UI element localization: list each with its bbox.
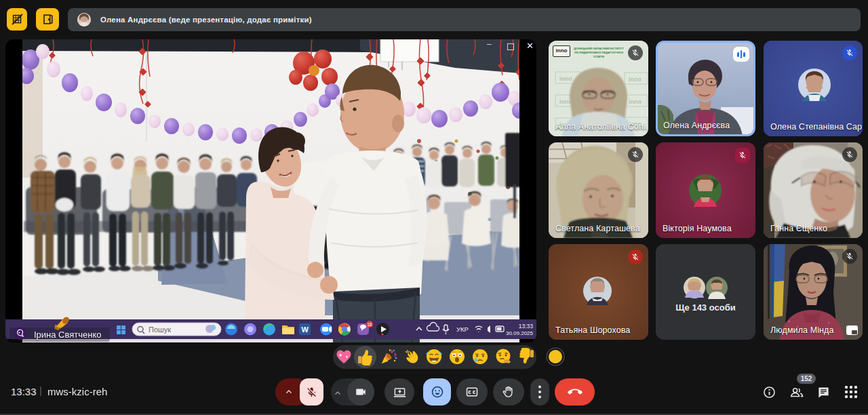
svg-text:30.09.2025: 30.09.2025 [506,330,534,336]
svg-text:УКР: УКР [456,325,469,333]
svg-text:inno: inno [629,98,642,105]
svg-text:Пошук: Пошук [149,325,171,334]
svg-text:W: W [302,325,309,334]
svg-text:inno: inno [629,76,642,83]
svg-text:16: 16 [368,322,373,327]
svg-text:inno: inno [559,75,572,82]
svg-text:13:33: 13:33 [519,323,534,330]
